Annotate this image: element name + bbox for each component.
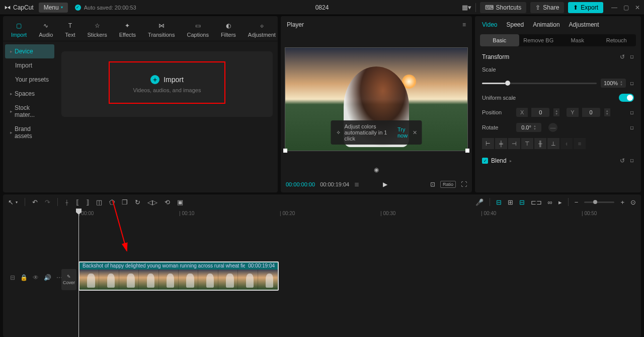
resize-handle-bl[interactable] [283,149,287,153]
frame-icon[interactable]: ⊡ [430,181,435,188]
subtab-remove-bg[interactable]: Remove BG [519,34,558,46]
collapse-icon[interactable]: ⊟ [10,274,15,281]
tool-tab-transitions[interactable]: ⋈Transitions [144,18,179,41]
player-viewport[interactable]: ✧ Adjust colors automatically in 1 click… [281,33,472,165]
keyframe-icon[interactable]: ◇ [628,109,636,116]
sidebar-item-spaces[interactable]: ▸Spaces [5,87,54,101]
spinner-icon[interactable]: ▲▼ [553,108,559,116]
align-middle-button[interactable]: ╫ [534,138,546,149]
time-ruler[interactable]: | 00:00| 00:10| 00:20| 00:30| 00:40| 00:… [78,210,641,219]
reverse-icon[interactable]: ↻ [135,198,140,206]
sidebar-item-stock-mater-[interactable]: ▸Stock mater... [5,101,54,122]
blend-checkbox[interactable] [482,158,488,164]
sidebar-item-import[interactable]: Import [5,58,54,73]
spinner-icon[interactable]: ▲▼ [620,80,623,86]
reset-icon[interactable]: ↺ [620,53,625,60]
zoom-thumb[interactable] [593,200,597,204]
distribute-h-button[interactable]: ⫞ [560,138,573,149]
shortcuts-button[interactable]: ⌨ Shortcuts [480,2,527,13]
keyframe-icon[interactable]: ◇ [628,53,636,61]
preview-icon[interactable]: ▸ [558,198,562,206]
undo-button[interactable]: ↶ [32,198,38,206]
align-right-button[interactable]: ⊣ [508,138,520,149]
sidebar-item-your-presets[interactable]: Your presets [5,73,54,87]
split-right-icon[interactable]: ⟧ [86,198,89,206]
subtab-mask[interactable]: Mask [558,34,597,46]
mute-icon[interactable]: 🔊 [44,274,51,281]
position-y-value[interactable]: 0 [582,108,600,117]
subtab-retouch[interactable]: Retouch [597,34,636,46]
tip-try-button[interactable]: Try now [397,126,409,139]
resize-handle-br[interactable] [465,149,469,153]
tool-tab-text[interactable]: TText [61,18,79,41]
sidebar-item-device[interactable]: ▸Device [5,44,54,58]
spinner-icon[interactable]: ▲▼ [604,108,610,116]
sidebar-item-brand-assets[interactable]: ▸Brand assets [5,122,54,143]
zoom-in-icon[interactable]: + [620,198,624,206]
layout-icon[interactable]: ▦▾ [462,4,471,11]
track-toggle-1-icon[interactable]: ⊟ [496,198,502,206]
play-button[interactable]: ▶ [383,181,387,188]
tool-tab-effects[interactable]: ✦Effects [115,18,140,41]
mic-icon[interactable]: 🎤 [475,198,484,206]
close-button[interactable]: ✕ [635,4,640,11]
mirror-icon[interactable]: ◁▷ [147,198,157,206]
tip-close-button[interactable]: ✕ [413,129,417,136]
rotate-icon[interactable]: ⟲ [165,198,170,206]
project-title[interactable]: 0824 [315,4,329,11]
import-dropzone[interactable]: + Import Videos, audios, and images [61,51,273,117]
player-menu-icon[interactable]: ≡ [462,21,466,28]
cover-button[interactable]: ✎ Cover [61,269,76,290]
rotate-dial-icon[interactable]: — [548,123,557,132]
fullscreen-icon[interactable]: ⛶ [461,181,467,188]
align-top-button[interactable]: ⊤ [521,138,533,149]
keyframe-icon[interactable]: ◇ [628,80,636,87]
track-toggle-2-icon[interactable]: ⊞ [508,198,513,206]
keyframe-icon[interactable]: ◇ [628,124,636,131]
magnet-icon[interactable]: ⊏⊐ [531,198,542,206]
timeline-clip[interactable]: Backshot of happy delighted young woman … [78,261,279,291]
slider-thumb[interactable] [505,81,510,86]
split-left-icon[interactable]: ⟦ [76,198,79,206]
redo-button[interactable]: ↷ [45,198,50,206]
marker-icon[interactable]: ⬠ [109,198,115,206]
crop2-icon[interactable]: ▣ [177,198,183,206]
link-icon[interactable]: ∞ [548,198,552,206]
prop-tab-speed[interactable]: Speed [506,21,524,28]
lock-icon[interactable]: 🔒 [20,274,28,281]
visibility-icon[interactable]: 👁 [33,274,39,281]
scale-slider[interactable] [482,83,597,84]
export-button[interactable]: ⬆ Export [568,2,603,13]
align-left-button[interactable]: ⊢ [482,138,494,149]
share-button[interactable]: ⇪ Share [530,2,564,13]
tool-tab-import[interactable]: ▢Import [7,18,31,41]
list-icon[interactable]: ≣ [354,181,359,188]
fit-icon[interactable]: ⊙ [630,198,636,206]
reset-icon[interactable]: ↺ [620,157,625,164]
uniform-scale-toggle[interactable] [619,94,634,102]
zoom-slider[interactable] [584,201,614,203]
position-x-value[interactable]: 0 [531,108,549,117]
keyframe-icon[interactable]: ◇ [628,157,636,165]
tool-tab-captions[interactable]: ▭Captions [183,18,212,41]
align-bottom-button[interactable]: ⊥ [547,138,559,149]
track-toggle-3-icon[interactable]: ⊟ [519,198,525,206]
selection-dropdown-icon[interactable]: ▾ [16,200,18,205]
rotate-value-box[interactable]: 0.0° ▲▼ [516,123,541,132]
prop-tab-adjustment[interactable]: Adjustment [569,21,599,28]
snapshot-button[interactable]: ◉ [281,165,472,176]
tool-tab-adjustment[interactable]: ⟐Adjustment [244,18,280,41]
selection-tool-icon[interactable]: ↖ [8,198,14,206]
split-icon[interactable]: ⟊ [65,198,69,206]
tool-tab-filters[interactable]: ◐Filters [217,18,240,41]
chevron-icon[interactable]: ▸ [510,159,512,163]
timeline-area[interactable]: | 00:00| 00:10| 00:20| 00:30| 00:40| 00:… [3,210,641,337]
scale-value-box[interactable]: 100% ▲▼ [601,79,626,88]
subtab-basic[interactable]: Basic [480,34,519,46]
ratio-button[interactable]: Ratio [440,181,456,188]
zoom-out-icon[interactable]: − [575,198,579,206]
align-center-h-button[interactable]: ╪ [495,138,507,149]
menu-button[interactable]: Menu ▾ [39,3,68,13]
distribute-v-button[interactable]: ≡ [574,138,586,149]
spinner-icon[interactable]: ▲▼ [533,124,536,130]
